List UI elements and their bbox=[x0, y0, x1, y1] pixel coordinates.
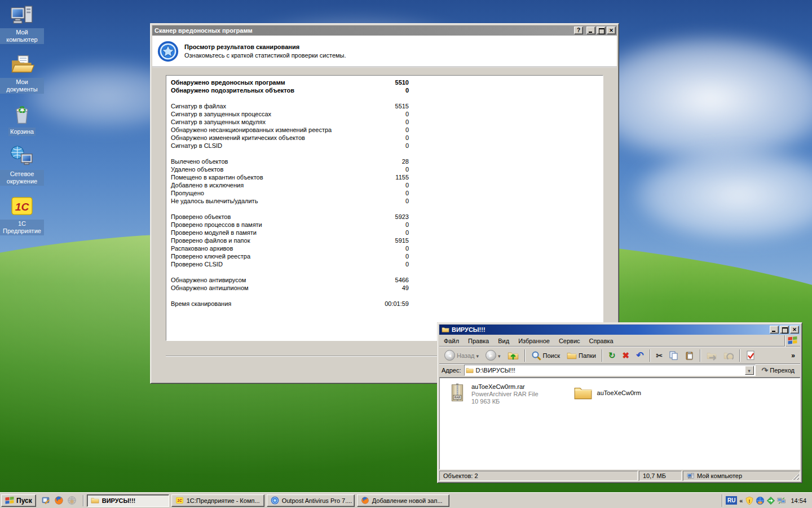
desktop-icon-recycle[interactable]: Корзина bbox=[0, 102, 44, 136]
stat-row: Пропущено 0 bbox=[171, 189, 409, 197]
wizard-subtitle: Ознакомьтесь с краткой статистикой прове… bbox=[184, 52, 346, 59]
taskbar-task[interactable]: Outpost Antivirus Pro 7.... bbox=[267, 494, 355, 507]
tray-icon-globe2[interactable] bbox=[756, 496, 765, 505]
stat-row: Обнаружено вредоносных программ 5510 bbox=[171, 78, 409, 86]
stat-value: 0 bbox=[405, 244, 409, 252]
address-input[interactable]: D:\ВИРУСЫ!!! bbox=[464, 365, 756, 376]
taskbar-task[interactable]: Добавление новой зап... bbox=[357, 494, 449, 507]
menu-item[interactable]: Вид bbox=[493, 336, 514, 346]
help-button[interactable] bbox=[574, 27, 583, 34]
close-button[interactable] bbox=[607, 27, 616, 34]
back-button[interactable]: Назад bbox=[442, 348, 482, 363]
menu-item[interactable]: Правка bbox=[464, 336, 493, 346]
stat-label: Сигнатур в файлах bbox=[171, 102, 395, 110]
stat-row: Обнаружено несанкционированных изменений… bbox=[171, 126, 409, 134]
maximize-button[interactable] bbox=[780, 326, 789, 334]
quick-launch-show-desktop[interactable] bbox=[41, 496, 51, 505]
toolbar-overflow-button[interactable]: » bbox=[788, 348, 798, 363]
start-button[interactable]: Пуск bbox=[1, 494, 36, 507]
close-button[interactable] bbox=[790, 326, 799, 334]
tray-icon-net2[interactable] bbox=[777, 496, 786, 505]
stat-value: 0 bbox=[405, 165, 409, 173]
taskbar-task[interactable]: ВИРУСЫ!!! bbox=[87, 494, 169, 507]
hide-icons-chevron[interactable] bbox=[739, 497, 743, 504]
resize-grip[interactable] bbox=[792, 473, 799, 480]
search-label: Поиск bbox=[543, 352, 560, 359]
file-size: 10 963 КБ bbox=[471, 398, 539, 405]
forward-button[interactable] bbox=[483, 348, 504, 363]
desktop-icon-network[interactable]: Сетевое окружение bbox=[0, 144, 44, 186]
forward-dropdown-icon[interactable] bbox=[498, 352, 501, 359]
stat-row: Не удалось вылечить/удалить 0 bbox=[171, 197, 409, 205]
desktop-icons: Мой компьютер Мои документы Корзина Сете… bbox=[0, 2, 44, 243]
menu-item[interactable]: Справка bbox=[585, 336, 618, 346]
copy-button[interactable] bbox=[667, 348, 681, 363]
paste-button[interactable] bbox=[682, 348, 697, 363]
stat-row: Проверено ключей реестра 0 bbox=[171, 252, 409, 260]
file-item[interactable]: auToeXeCw0rm bbox=[573, 383, 641, 402]
tray-icon-shield[interactable] bbox=[745, 496, 754, 505]
stat-value: 28 bbox=[402, 157, 409, 165]
menu-item[interactable]: Избранное bbox=[514, 336, 554, 346]
stat-row: Сигнатур в CLSID 0 bbox=[171, 142, 409, 150]
explorer-titlebar[interactable]: ВИРУСЫ!!! bbox=[439, 325, 800, 335]
refresh-button[interactable]: ↻ bbox=[606, 348, 619, 363]
tray-icon-diamond[interactable] bbox=[766, 496, 775, 505]
copy-icon bbox=[669, 351, 678, 360]
address-value: D:\ВИРУСЫ!!! bbox=[476, 367, 515, 374]
address-dropdown-button[interactable] bbox=[745, 366, 754, 375]
stat-group: Обнаружено вредоносных программ 5510 Обн… bbox=[171, 78, 603, 94]
move-to-button[interactable] bbox=[704, 348, 720, 363]
file-list[interactable]: auToeXeCw0rm.rar PowerArchiver RAR File … bbox=[439, 378, 800, 470]
file-item[interactable]: auToeXeCw0rm.rar PowerArchiver RAR File … bbox=[448, 383, 539, 405]
search-icon bbox=[531, 351, 541, 361]
desktop-icon-onec[interactable]: 1С Предприятие bbox=[0, 194, 44, 235]
copy-to-button[interactable] bbox=[721, 348, 736, 363]
task-icon bbox=[175, 496, 184, 505]
folder-icon bbox=[442, 326, 449, 334]
language-indicator[interactable]: RU bbox=[726, 496, 737, 505]
undo-button[interactable]: ↶ bbox=[633, 348, 646, 363]
desktop-icon-image bbox=[10, 144, 34, 169]
stat-label: Проверено ключей реестра bbox=[171, 252, 405, 260]
undo-icon: ↶ bbox=[636, 351, 643, 360]
menu-item[interactable]: Файл bbox=[439, 336, 464, 346]
file-name: auToeXeCw0rm bbox=[597, 389, 641, 397]
taskbar-task[interactable]: 1С:Предприятие - Комп... bbox=[171, 494, 264, 507]
tray-icons bbox=[745, 496, 786, 505]
cut-button[interactable]: ✂ bbox=[654, 348, 666, 363]
quick-launch bbox=[38, 496, 80, 505]
status-location: Мой компьютер bbox=[683, 471, 800, 481]
quick-launch-browser[interactable] bbox=[67, 496, 77, 505]
go-button[interactable]: ↷ Переход bbox=[758, 365, 798, 376]
clock[interactable]: 14:54 bbox=[791, 497, 806, 504]
stat-label: Обнаружено вредоносных программ bbox=[171, 78, 395, 86]
desktop-icon-computer[interactable]: Мой компьютер bbox=[0, 2, 44, 44]
stat-label: Время сканирования bbox=[171, 300, 385, 308]
desktop-icon-docs[interactable]: Мои документы bbox=[0, 52, 44, 94]
stat-value: 0 bbox=[405, 221, 409, 229]
maximize-button[interactable] bbox=[597, 27, 606, 34]
check-document-button[interactable] bbox=[743, 348, 758, 363]
up-button[interactable] bbox=[505, 348, 522, 363]
windows-flag-icon bbox=[5, 497, 14, 505]
task-label: 1С:Предприятие - Комп... bbox=[187, 497, 260, 504]
cloud bbox=[632, 147, 812, 243]
search-button[interactable]: Поиск bbox=[528, 348, 563, 363]
stat-row: Помещено в карантин объектов 1155 bbox=[171, 173, 409, 181]
minimize-button[interactable] bbox=[770, 326, 779, 334]
minimize-button[interactable] bbox=[586, 27, 595, 34]
scan-results-panel: Обнаружено вредоносных программ 5510 Обн… bbox=[166, 75, 603, 341]
back-dropdown-icon[interactable] bbox=[476, 352, 479, 359]
outpost-logo-icon bbox=[157, 40, 179, 63]
stat-value: 0 bbox=[405, 126, 409, 134]
folders-button[interactable]: Папки bbox=[564, 348, 599, 363]
quick-launch-firefox[interactable] bbox=[54, 496, 64, 505]
menu-item[interactable]: Сервис bbox=[554, 336, 585, 346]
back-label: Назад bbox=[457, 352, 475, 359]
scanner-titlebar[interactable]: Сканер вредоносных программ bbox=[152, 25, 617, 36]
stat-group: Сигнатур в файлах 5515 Сигнатур в запуще… bbox=[171, 102, 603, 150]
delete-button[interactable]: ✖ bbox=[620, 348, 633, 363]
stat-label: Проверено файлов и папок bbox=[171, 237, 395, 244]
task-icon bbox=[361, 496, 369, 505]
